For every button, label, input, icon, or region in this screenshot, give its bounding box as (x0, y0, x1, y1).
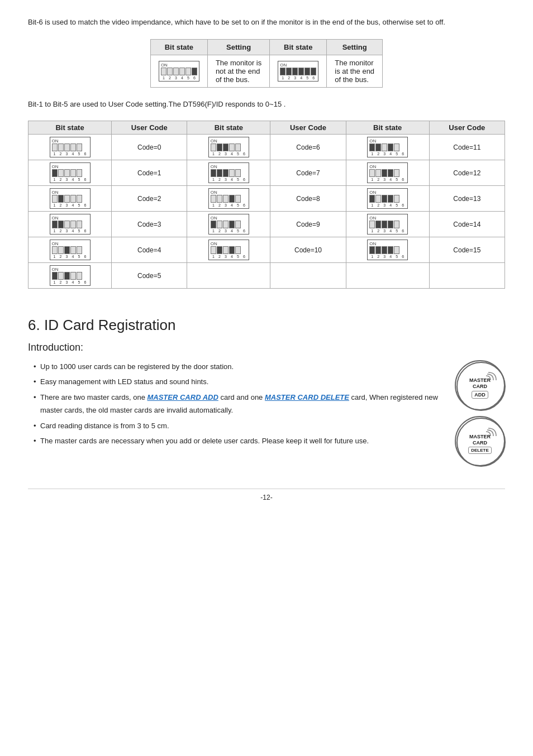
dip-cell (346, 263, 429, 289)
dip-switch: ON123456 (208, 137, 249, 157)
dip-bit (375, 169, 381, 177)
dip-cell: ON123456 (28, 212, 112, 237)
table-row: ON123456Code=2ON123456Code=8ON123456Code… (28, 186, 505, 212)
dip-bit (223, 195, 229, 203)
dip-bit (388, 143, 393, 151)
dip-bit (280, 68, 285, 75)
intro2-paragraph: Bit-1 to Bit-5 are used to User Code set… (28, 99, 505, 110)
card-delete-circle-svg (456, 417, 506, 467)
dip-switch: ON123456 (50, 188, 91, 209)
dip-switch: ON123456 (208, 214, 249, 235)
master-cards-area: MASTER CARD ADD MASTER CARD DELETE (455, 360, 505, 466)
dip-bit (382, 221, 387, 228)
dip-bit (211, 246, 216, 254)
dip-bit (217, 246, 222, 254)
dip-cell: ON123456 (28, 160, 112, 186)
dip-bit (52, 272, 58, 280)
col-setting-2: Setting (327, 39, 383, 55)
dip-bit (375, 221, 381, 228)
code-cell (429, 263, 505, 289)
dip-switch: ON123456 (367, 188, 408, 209)
dip-bit (394, 143, 399, 151)
dip-bit (382, 246, 387, 254)
dip-cell: ON123456 (187, 160, 270, 186)
dip-bit (64, 272, 70, 280)
dip-bit (375, 246, 381, 254)
dip-switch-cell-1: ON 123456 (150, 55, 207, 87)
dip-bit (229, 169, 235, 177)
dip-bit (58, 169, 64, 177)
code-cell: Code=2 (112, 186, 187, 212)
uc-col-bit3: Bit state (346, 121, 429, 135)
master-card-delete: MASTER CARD DELETE (455, 416, 505, 466)
bullet3-prefix: There are two master cards, one (40, 393, 147, 401)
dip-bit (235, 143, 241, 151)
dip-bit (394, 169, 399, 177)
setting-cell-1: The monitor isnot at the endof the bus. (207, 55, 269, 87)
code-cell: Code=10 (270, 237, 346, 263)
dip-switch: ON123456 (367, 240, 408, 260)
dip-bit (179, 68, 185, 75)
dip-switch-cell-2: ON 123456 (270, 55, 327, 87)
table-row: ON 123456 (150, 55, 382, 87)
uc-col-code2: User Code (270, 121, 346, 135)
dip-switch: ON123456 (50, 240, 91, 260)
code-cell: Code=8 (270, 186, 346, 212)
dip-bit (375, 143, 381, 151)
uc-col-bit2: Bit state (187, 121, 270, 135)
dip-bit (369, 221, 375, 228)
dip-bit (369, 143, 375, 151)
intro-paragraph: Bit-6 is used to match the video impenda… (28, 17, 505, 28)
dip-bit (388, 195, 393, 203)
dip-switch: ON123456 (367, 137, 408, 157)
col-bit-state-2: Bit state (270, 39, 327, 55)
dip-switch: ON123456 (50, 214, 91, 235)
user-code-table-wrapper: Bit state User Code Bit state User Code … (28, 121, 505, 289)
user-code-table: Bit state User Code Bit state User Code … (28, 121, 505, 289)
dip-switch: ON123456 (208, 240, 249, 260)
dip-bit (58, 143, 64, 151)
dip-bit (58, 195, 64, 203)
dip-bit (77, 169, 82, 177)
bit-table-1-wrapper: Bit state Setting Bit state Setting ON (28, 39, 505, 88)
dip-switch: ON123456 (208, 162, 249, 183)
bullet3-mid: card and one (218, 393, 265, 401)
dip-bit (229, 246, 235, 254)
dip-bit (394, 246, 399, 254)
dip-bit (192, 68, 197, 75)
dip-bit (388, 169, 393, 177)
dip-bit (388, 246, 393, 254)
dip-bit (70, 221, 76, 228)
dip-bit (223, 246, 229, 254)
svg-point-1 (457, 418, 505, 466)
dip-bit (388, 221, 393, 228)
dip-bit (52, 169, 58, 177)
dip-bit (64, 221, 70, 228)
bullet-5: The master cards are necessary when you … (34, 434, 455, 447)
dip-bit (58, 272, 64, 280)
dip-bit (52, 246, 58, 254)
dip-bit (211, 143, 216, 151)
code-cell: Code=12 (429, 160, 505, 186)
dip-bit (298, 68, 304, 75)
dip-bit (382, 143, 387, 151)
dip-bit (211, 221, 216, 228)
dip-bit (70, 246, 76, 254)
section-6-heading: 6. ID Card Registration (28, 317, 505, 336)
master-card-add: MASTER CARD ADD (455, 360, 505, 410)
bullet-3: There are two master cards, one MASTER C… (34, 391, 455, 417)
dip-bit (211, 195, 216, 203)
dip-bit (217, 143, 222, 151)
dip-bit (235, 221, 241, 228)
table-row: ON123456Code=5 (28, 263, 505, 289)
dip-bit (77, 272, 82, 280)
code-cell: Code=3 (112, 212, 187, 237)
dip-cell: ON123456 (187, 186, 270, 212)
intro-bullet-list: Up to 1000 user cards can be registered … (34, 360, 455, 449)
bit-table-1: Bit state Setting Bit state Setting ON (150, 39, 383, 88)
setting-cell-2: The monitoris at the endof the bus. (327, 55, 383, 87)
svg-point-0 (457, 362, 505, 410)
dip-bit (223, 169, 229, 177)
uc-col-bit1: Bit state (28, 121, 112, 135)
table-row: ON123456Code=0ON123456Code=6ON123456Code… (28, 135, 505, 160)
